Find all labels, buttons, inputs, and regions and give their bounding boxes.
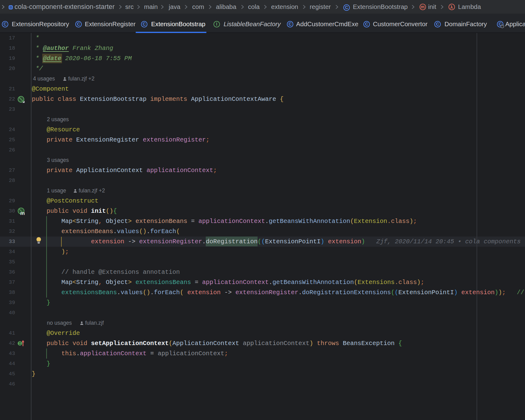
svg-text:I: I <box>19 342 21 346</box>
svg-text:m: m <box>20 210 25 215</box>
